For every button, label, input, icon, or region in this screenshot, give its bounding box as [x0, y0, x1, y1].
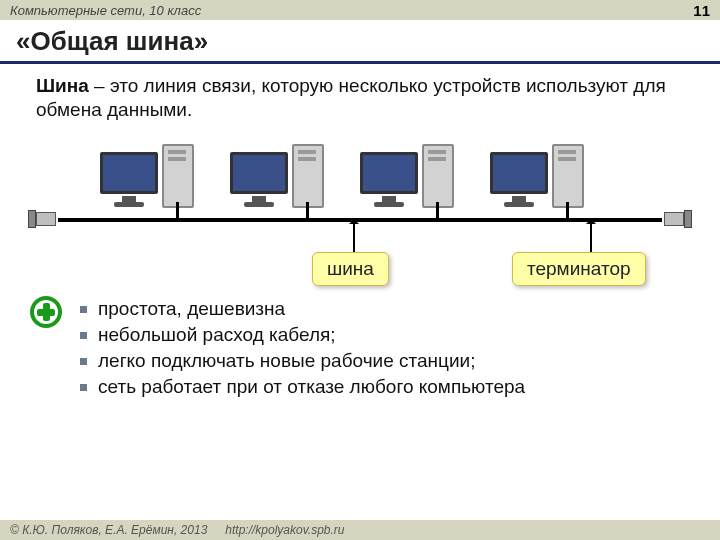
computer-icon: [100, 142, 210, 212]
slide-header: Компьютерные сети, 10 класс 11: [0, 0, 720, 20]
list-item: небольшой расход кабеля;: [80, 324, 525, 346]
computer-icon: [360, 142, 470, 212]
arrow-icon: [590, 224, 592, 254]
drop-cable-icon: [176, 202, 179, 220]
terminator-right-icon: [662, 210, 692, 230]
terminator-left-icon: [28, 210, 58, 230]
drop-cable-icon: [306, 202, 309, 220]
computer-icon: [230, 142, 340, 212]
definition-text: Шина – это линия связи, которую нескольк…: [0, 74, 720, 122]
drop-cable-icon: [436, 202, 439, 220]
bus-label: шина: [312, 252, 389, 286]
bus-cable-icon: [58, 218, 662, 222]
definition-term: Шина: [36, 75, 89, 96]
terminator-label: терминатор: [512, 252, 646, 286]
list-item: сеть работает при от отказе любого компь…: [80, 376, 525, 398]
computer-icon: [490, 142, 600, 212]
list-item: легко подключать новые рабочие станции;: [80, 350, 525, 372]
page-number: 11: [693, 2, 710, 19]
arrow-icon: [353, 224, 355, 254]
plus-icon: [30, 296, 62, 328]
list-item: простота, дешевизна: [80, 298, 525, 320]
course-name: Компьютерные сети, 10 класс: [10, 3, 201, 18]
footer-url: http://kpolyakov.spb.ru: [225, 523, 344, 537]
drop-cable-icon: [566, 202, 569, 220]
slide-title: «Общая шина»: [0, 20, 720, 61]
slide-footer: © К.Ю. Поляков, Е.А. Ерёмин, 2013 http:/…: [0, 520, 720, 540]
definition-body: – это линия связи, которую несколько уст…: [36, 75, 666, 120]
advantages-list: простота, дешевизна небольшой расход каб…: [80, 298, 525, 402]
title-underline: [0, 61, 720, 64]
bus-topology-diagram: [50, 136, 670, 256]
copyright: © К.Ю. Поляков, Е.А. Ерёмин, 2013: [10, 523, 207, 537]
